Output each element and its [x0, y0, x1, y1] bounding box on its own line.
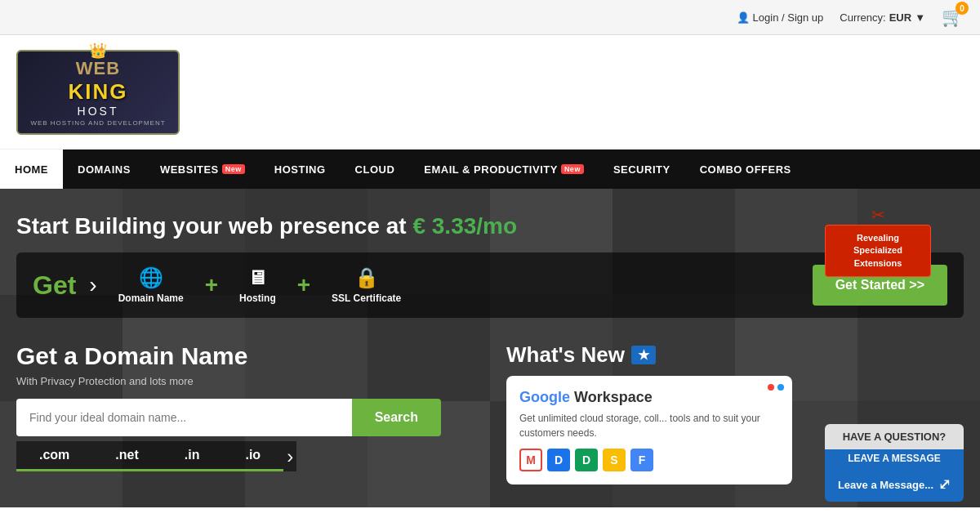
domain-search-form: Search	[16, 399, 441, 436]
nav-item-home[interactable]: HOME	[0, 150, 63, 189]
gw-icon-gmail: M	[519, 449, 542, 471]
logo-subtitle: WEB HOSTING AND DEVELOPMENT	[30, 119, 165, 127]
chat-button-label: Leave a Message...	[838, 479, 933, 491]
chevron-down-icon: ▼	[915, 11, 925, 24]
main-nav: HOME DOMAINS WEBSITES New HOSTING CLOUD …	[0, 150, 980, 189]
hero-price: € 3.33/mo	[412, 213, 517, 239]
gw-icon-sheets: S	[603, 449, 626, 471]
domain-search-button[interactable]: Search	[352, 399, 441, 436]
logo-web: WEB	[76, 58, 120, 79]
card-dots	[768, 384, 784, 391]
nav-label-hosting: HOSTING	[274, 163, 326, 176]
tld-in: .in	[162, 441, 223, 471]
revealing-badge-text: Revealing Specialized Extensions	[825, 225, 931, 277]
login-signup-link[interactable]: 👤 Login / Sign up	[737, 11, 824, 24]
tld-net: .net	[92, 441, 161, 471]
domain-tld-list: .com .net .in .io ›	[16, 441, 490, 471]
dot-blue	[777, 384, 784, 391]
revealing-badge[interactable]: ✂ Revealing Specialized Extensions	[825, 205, 931, 277]
domain-section-title: Get a Domain Name	[16, 342, 490, 370]
get-item-hosting-label: Hosting	[239, 292, 276, 304]
currency-selector[interactable]: Currency: EUR ▼	[840, 11, 925, 24]
nav-item-websites[interactable]: WEBSITES New	[145, 150, 260, 189]
nav-label-websites: WEBSITES	[160, 163, 219, 176]
nav-item-domains[interactable]: DOMAINS	[63, 150, 145, 189]
hero-title: Start Building your web presence at € 3.…	[16, 213, 964, 239]
globe-icon: 🌐	[139, 266, 163, 289]
currency-label: Currency:	[840, 11, 885, 24]
logo[interactable]: 👑 WEB KING HOST WEB HOSTING AND DEVELOPM…	[16, 50, 180, 135]
nav-item-email-productivity[interactable]: EMAIL & PRODUCTIVITY New	[409, 150, 599, 189]
nav-label-combo: COMBO OFFERS	[700, 163, 791, 176]
plus-icon-1: +	[200, 272, 223, 298]
logo-king: KING	[69, 79, 128, 105]
dot-red	[768, 384, 774, 391]
server-icon: 🖥	[247, 266, 267, 289]
get-item-ssl-label: SSL Certificate	[332, 292, 401, 304]
nav-badge-email: New	[561, 164, 584, 174]
get-arrow-icon: ›	[84, 272, 101, 298]
domain-section: Get a Domain Name With Privacy Protectio…	[16, 334, 490, 493]
have-question-text: HAVE A QUESTION?	[825, 424, 964, 449]
header: 👑 WEB KING HOST WEB HOSTING AND DEVELOPM…	[0, 35, 980, 150]
gw-app-icons: M D D S F	[519, 449, 779, 471]
logo-box: 👑 WEB KING HOST WEB HOSTING AND DEVELOPM…	[16, 50, 180, 135]
nav-label-email: EMAIL & PRODUCTIVITY	[424, 163, 558, 176]
get-item-domain: 🌐 Domain Name	[102, 258, 200, 312]
gw-title: Google Workspace	[519, 389, 779, 406]
gw-description: Get unlimited cloud storage, coll... too…	[519, 411, 779, 440]
nav-badge-websites: New	[222, 164, 245, 174]
get-label: Get	[33, 270, 84, 301]
nav-item-security[interactable]: SECURITY	[599, 150, 685, 189]
gw-icon-docs: D	[575, 449, 598, 471]
whats-new-title-text: What's New	[506, 342, 625, 368]
domain-subtitle: With Privacy Protection and lots more	[16, 375, 490, 387]
gw-icon-forms: F	[630, 449, 653, 471]
logo-host: HOST	[78, 105, 119, 118]
cart-button[interactable]: 🛒 0	[942, 7, 964, 28]
nav-item-hosting[interactable]: HOSTING	[260, 150, 341, 189]
expand-icon: ⤢	[938, 476, 951, 493]
whats-new-badge: ★	[631, 346, 656, 364]
top-bar: 👤 Login / Sign up Currency: EUR ▼ 🛒 0	[0, 0, 980, 35]
tld-com: .com	[16, 441, 92, 471]
cart-count: 0	[956, 2, 969, 15]
get-item-hosting: 🖥 Hosting	[223, 258, 292, 312]
gw-workspace-text: Workspace	[570, 389, 653, 405]
nav-item-cloud[interactable]: CLOUD	[341, 150, 410, 189]
hero-title-text: Start Building your web presence at	[16, 213, 407, 239]
user-icon: 👤	[737, 11, 750, 24]
get-row: Get › 🌐 Domain Name + 🖥 Hosting + 🔒 SSL …	[16, 252, 964, 318]
plus-icon-2: +	[292, 272, 315, 298]
nav-label-cloud: CLOUD	[355, 163, 395, 176]
tld-io: .io	[222, 441, 283, 471]
nav-label-security: SECURITY	[613, 163, 670, 176]
nav-label-domains: DOMAINS	[78, 163, 131, 176]
chat-button[interactable]: Leave a Message... ⤢	[825, 467, 964, 502]
gw-icon-drive: D	[547, 449, 570, 471]
get-item-domain-label: Domain Name	[118, 292, 184, 304]
login-label: Login / Sign up	[753, 11, 824, 24]
crown-icon: 👑	[89, 42, 107, 60]
google-workspace-card[interactable]: Google Workspace Get unlimited cloud sto…	[506, 376, 792, 485]
tld-scroll-right[interactable]: ›	[283, 441, 296, 471]
nav-item-combo-offers[interactable]: COMBO OFFERS	[685, 150, 806, 189]
currency-value: EUR	[889, 11, 911, 24]
leave-message-text: LEAVE A MESSAGE	[825, 449, 964, 467]
get-item-ssl: 🔒 SSL Certificate	[315, 258, 417, 312]
live-chat-widget: HAVE A QUESTION? LEAVE A MESSAGE Leave a…	[825, 424, 964, 502]
whats-new-title: What's New ★	[506, 342, 964, 368]
nav-label-home: HOME	[15, 163, 48, 176]
gw-google-text: Google	[519, 389, 570, 405]
lock-icon: 🔒	[354, 266, 379, 289]
domain-search-input[interactable]	[16, 399, 352, 436]
